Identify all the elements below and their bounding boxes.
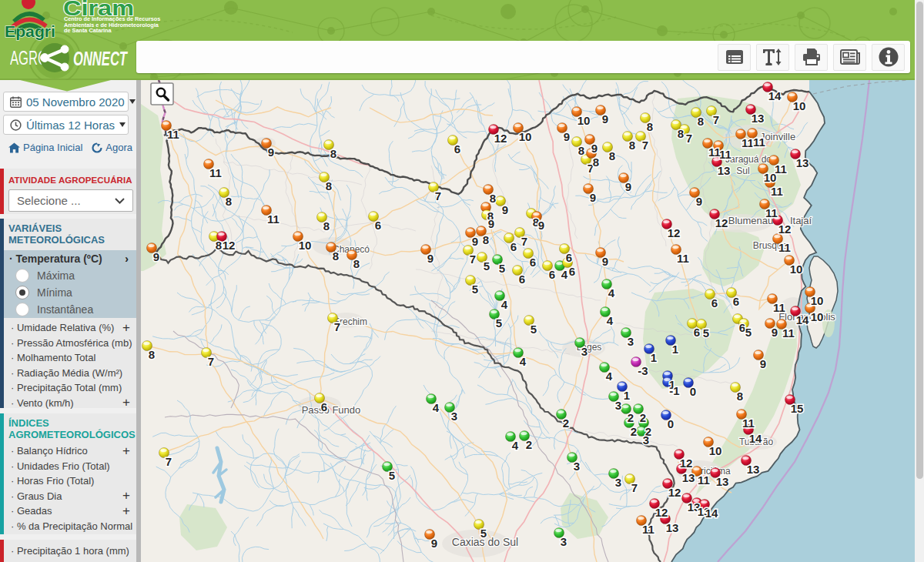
svg-text:13: 13 xyxy=(752,112,765,125)
svg-text:11: 11 xyxy=(742,416,755,430)
svg-text:8: 8 xyxy=(226,195,232,208)
svg-text:6: 6 xyxy=(711,296,718,309)
svg-text:6: 6 xyxy=(733,295,739,308)
svg-text:8: 8 xyxy=(353,257,360,270)
svg-text:3: 3 xyxy=(561,535,567,548)
svg-text:14: 14 xyxy=(705,507,718,520)
svg-text:9: 9 xyxy=(431,537,437,550)
svg-text:9: 9 xyxy=(564,130,570,143)
svg-text:12: 12 xyxy=(680,457,693,470)
svg-text:10: 10 xyxy=(519,130,532,143)
svg-text:12: 12 xyxy=(494,132,507,145)
svg-text:8: 8 xyxy=(333,249,339,263)
svg-text:11: 11 xyxy=(677,252,689,265)
svg-text:9: 9 xyxy=(760,357,766,370)
svg-text:Itajaí: Itajaí xyxy=(790,215,812,226)
svg-text:9: 9 xyxy=(696,195,702,208)
svg-text:13: 13 xyxy=(666,521,679,534)
svg-text:11: 11 xyxy=(765,206,778,219)
svg-text:9: 9 xyxy=(590,191,596,204)
svg-text:2: 2 xyxy=(563,416,569,430)
svg-text:10: 10 xyxy=(790,263,803,276)
svg-text:10: 10 xyxy=(811,310,824,323)
svg-text:3: 3 xyxy=(451,410,457,423)
svg-text:ONNECT: ONNECT xyxy=(73,47,128,70)
svg-text:0: 0 xyxy=(690,385,696,398)
svg-text:9: 9 xyxy=(502,203,508,216)
svg-text:8: 8 xyxy=(483,233,489,246)
svg-text:1: 1 xyxy=(672,343,678,356)
svg-text:13: 13 xyxy=(747,463,760,476)
svg-text:7: 7 xyxy=(435,189,441,202)
svg-text:10: 10 xyxy=(764,171,777,184)
svg-text:11: 11 xyxy=(773,301,785,314)
svg-text:8: 8 xyxy=(609,149,615,162)
svg-text:7: 7 xyxy=(470,253,476,266)
svg-text:9: 9 xyxy=(772,326,778,339)
svg-text:5: 5 xyxy=(531,323,537,336)
svg-text:8: 8 xyxy=(330,147,336,160)
svg-text:5: 5 xyxy=(745,326,752,339)
svg-text:9: 9 xyxy=(591,142,598,155)
svg-text:11: 11 xyxy=(753,135,765,149)
svg-text:6: 6 xyxy=(375,219,381,232)
svg-text:8: 8 xyxy=(490,192,496,205)
svg-text:8: 8 xyxy=(737,390,743,403)
svg-text:3: 3 xyxy=(643,433,649,447)
svg-text:11: 11 xyxy=(167,128,179,141)
svg-text:2: 2 xyxy=(631,425,637,438)
svg-text:5: 5 xyxy=(472,283,478,296)
svg-text:7: 7 xyxy=(631,481,638,494)
svg-text:14: 14 xyxy=(749,432,762,445)
svg-text:5: 5 xyxy=(499,262,505,275)
svg-text:6: 6 xyxy=(519,273,525,286)
svg-text:Passo Fundo: Passo Fundo xyxy=(302,404,361,416)
svg-text:-3: -3 xyxy=(638,364,648,377)
svg-text:6: 6 xyxy=(454,142,460,156)
svg-text:4: 4 xyxy=(608,286,615,299)
svg-text:7: 7 xyxy=(334,320,340,333)
svg-text:14: 14 xyxy=(796,313,809,326)
svg-text:4: 4 xyxy=(501,298,508,311)
svg-text:Sul: Sul xyxy=(736,166,749,176)
svg-text:11: 11 xyxy=(719,148,732,161)
svg-text:3: 3 xyxy=(574,460,580,473)
svg-text:4: 4 xyxy=(561,268,568,281)
svg-text:9: 9 xyxy=(488,217,494,230)
svg-text:6: 6 xyxy=(321,400,327,413)
svg-text:6: 6 xyxy=(566,251,572,264)
svg-text:11: 11 xyxy=(742,136,754,149)
svg-text:12: 12 xyxy=(655,506,668,519)
svg-text:3: 3 xyxy=(615,476,621,489)
svg-text:13: 13 xyxy=(682,471,695,484)
svg-text:9: 9 xyxy=(538,219,544,232)
svg-text:13: 13 xyxy=(796,156,809,169)
svg-text:6: 6 xyxy=(511,240,517,253)
svg-text:8: 8 xyxy=(698,115,704,128)
svg-text:0: 0 xyxy=(668,417,674,430)
svg-text:14: 14 xyxy=(768,89,782,102)
svg-text:7: 7 xyxy=(686,132,692,145)
svg-text:11: 11 xyxy=(642,523,654,536)
svg-text:Jaraguá do: Jaraguá do xyxy=(725,154,772,165)
svg-text:15: 15 xyxy=(791,402,804,415)
svg-text:6: 6 xyxy=(569,265,575,278)
svg-text:6: 6 xyxy=(694,326,700,339)
svg-text:11: 11 xyxy=(775,162,787,176)
svg-text:9: 9 xyxy=(268,146,274,159)
svg-text:9: 9 xyxy=(427,252,434,265)
svg-text:7: 7 xyxy=(208,355,214,368)
svg-text:12: 12 xyxy=(778,222,792,236)
svg-text:4: 4 xyxy=(433,401,440,414)
svg-text:2: 2 xyxy=(526,438,532,451)
svg-text:8: 8 xyxy=(323,219,330,232)
svg-text:8: 8 xyxy=(326,179,332,192)
svg-text:3: 3 xyxy=(628,335,634,348)
svg-text:6: 6 xyxy=(530,256,536,269)
svg-text:11: 11 xyxy=(778,241,791,254)
svg-text:1: 1 xyxy=(624,389,630,402)
svg-text:11: 11 xyxy=(782,326,795,340)
svg-text:12: 12 xyxy=(668,226,681,239)
svg-text:12: 12 xyxy=(223,239,236,252)
svg-text:12: 12 xyxy=(715,216,728,229)
